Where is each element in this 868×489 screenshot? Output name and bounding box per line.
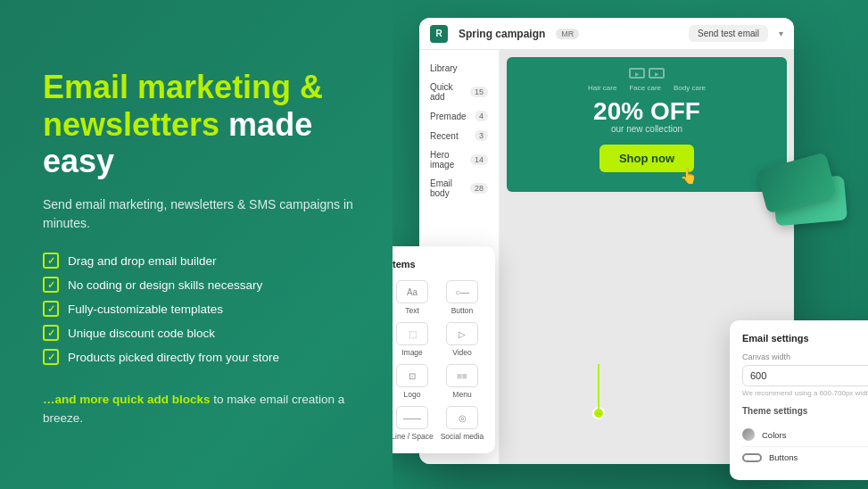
sidebar-item-premade[interactable]: Premade 4 xyxy=(419,106,499,126)
check-icon xyxy=(43,301,59,317)
headline-line2: newsletters xyxy=(43,106,219,143)
buttons-label: Buttons xyxy=(769,452,798,462)
brand-icons xyxy=(517,68,776,79)
video-icon: ▷ xyxy=(446,322,478,345)
item-cell-button[interactable]: ○— Button xyxy=(440,280,484,315)
check-icon xyxy=(43,349,59,365)
nav-label-face: Face care xyxy=(629,84,661,92)
sidebar-count: 4 xyxy=(475,111,488,121)
nav-labels: Hair care Face care Body care xyxy=(517,84,776,92)
sidebar-item-heroimage[interactable]: Hero image 14 xyxy=(419,145,499,174)
menu-icon: ≡≡ xyxy=(446,364,478,387)
item-label: Video xyxy=(452,348,472,357)
headline-made: made xyxy=(228,106,312,143)
items-panel: Items Aa Text ○— Button ⬚ Image ▷ Video xyxy=(393,246,495,453)
app-badge: MR xyxy=(556,29,579,39)
sidebar-label: Quick add xyxy=(430,82,470,102)
feature-item: Products picked directly from your store xyxy=(43,349,357,365)
app-topbar: R Spring campaign MR Send test email ▾ xyxy=(419,18,794,50)
buttons-row[interactable]: Buttons › xyxy=(742,447,868,468)
item-label: Button xyxy=(451,306,474,315)
check-icon xyxy=(43,253,59,269)
collection-text: our new collection xyxy=(517,124,776,134)
canvas-width-input[interactable] xyxy=(742,365,868,386)
logo-icon: ⊡ xyxy=(396,364,428,387)
item-cell-image[interactable]: ⬚ Image xyxy=(393,322,434,357)
feature-item: Drag and drop email builder xyxy=(43,253,357,269)
sidebar-count: 28 xyxy=(470,183,488,194)
sidebar-label: Hero image xyxy=(430,150,470,170)
sidebar-item-library[interactable]: Library xyxy=(419,59,499,78)
feature-text: Drag and drop email builder xyxy=(68,254,217,268)
sidebar-item-recent[interactable]: Recent 3 xyxy=(419,126,499,145)
sidebar-label: Email body xyxy=(430,178,470,198)
nav-label-body: Body care xyxy=(674,84,706,92)
subtext: Send email marketing, newsletters & SMS … xyxy=(43,195,357,233)
send-test-button[interactable]: Send test email xyxy=(689,25,768,42)
item-label: Image xyxy=(401,348,423,357)
cursor-hand-icon: 👆 xyxy=(680,168,698,185)
shop-now-wrapper: Shop now 👆 xyxy=(599,145,694,178)
sidebar-label: Premade xyxy=(430,112,467,121)
button-shape-icon xyxy=(742,453,762,462)
canvas-label: Canvas width xyxy=(742,352,868,361)
left-panel: Email marketing & newsletters made easy … xyxy=(0,0,393,489)
theme-row-left: Colors xyxy=(742,428,786,441)
colors-label: Colors xyxy=(762,430,786,440)
items-grid: Aa Text ○— Button ⬚ Image ▷ Video ⊡ Lo xyxy=(393,280,484,441)
item-label: Line / Space xyxy=(393,432,434,441)
feature-item: Unique discount code block xyxy=(43,325,357,341)
check-icon xyxy=(43,325,59,341)
feature-text: Products picked directly from your store xyxy=(68,351,279,364)
feature-text: Fully-customizable templates xyxy=(68,303,223,316)
settings-panel: Email settings Canvas width We recommend… xyxy=(730,320,868,480)
social-icon: ◎ xyxy=(446,406,478,429)
sidebar-label: Recent xyxy=(430,131,459,141)
button-icon: ○— xyxy=(446,280,478,303)
features-list: Drag and drop email builder No coding or… xyxy=(43,253,357,373)
item-label: Logo xyxy=(404,390,421,399)
item-label: Menu xyxy=(452,390,471,399)
theme-title: Theme settings xyxy=(742,406,868,416)
theme-colors-row[interactable]: Colors › xyxy=(742,423,868,447)
feature-item: Fully-customizable templates xyxy=(43,301,357,317)
item-cell-social[interactable]: ◎ Social media xyxy=(440,406,484,441)
connector-line xyxy=(598,364,599,418)
sidebar-count: 3 xyxy=(475,130,488,141)
item-label: Text xyxy=(405,306,419,315)
nav-label-hair: Hair care xyxy=(588,84,616,92)
color-circle-icon xyxy=(742,428,755,441)
footer-text: …and more quick add blocks to make email… xyxy=(43,391,357,427)
play-icon xyxy=(629,68,645,79)
button-row-left: Buttons xyxy=(742,452,798,462)
item-cell-text[interactable]: Aa Text xyxy=(393,280,434,315)
headline-line1: Email marketing & xyxy=(43,69,323,105)
email-preview: Hair care Face care Body care 20% OFF ou… xyxy=(507,57,787,192)
right-panel: R Spring campaign MR Send test email ▾ L… xyxy=(393,0,868,489)
linespace-icon: —— xyxy=(396,406,428,429)
app-logo: R xyxy=(430,25,448,43)
image-icon: ⬚ xyxy=(396,322,428,345)
canvas-hint: We recommend using a 600-700px width xyxy=(742,389,868,397)
item-cell-logo[interactable]: ⊡ Logo xyxy=(393,364,434,399)
app-title: Spring campaign xyxy=(459,28,545,40)
sidebar-item-emailbody[interactable]: Email body 28 xyxy=(419,174,499,203)
main-wrapper: Email marketing & newsletters made easy … xyxy=(0,0,868,489)
items-panel-title: Items xyxy=(393,259,484,269)
sidebar-count: 14 xyxy=(470,154,488,165)
headline-easy: easy xyxy=(43,143,114,179)
item-cell-menu[interactable]: ≡≡ Menu xyxy=(440,364,484,399)
discount-text: 20% OFF xyxy=(517,99,776,124)
item-cell-video[interactable]: ▷ Video xyxy=(440,322,484,357)
sidebar-label: Library xyxy=(430,63,458,73)
settings-title: Email settings xyxy=(742,333,868,344)
item-cell-linespace[interactable]: —— Line / Space xyxy=(393,406,434,441)
headline: Email marketing & newsletters made easy xyxy=(43,69,357,179)
text-icon: Aa xyxy=(396,280,428,303)
play-icon xyxy=(649,68,665,79)
check-icon xyxy=(43,277,59,293)
feature-text: No coding or design skills necessary xyxy=(68,278,262,292)
footer-bold: …and more quick add blocks xyxy=(43,393,211,406)
sidebar-item-quickadd[interactable]: Quick add 15 xyxy=(419,78,499,106)
sidebar-count: 15 xyxy=(470,87,488,97)
